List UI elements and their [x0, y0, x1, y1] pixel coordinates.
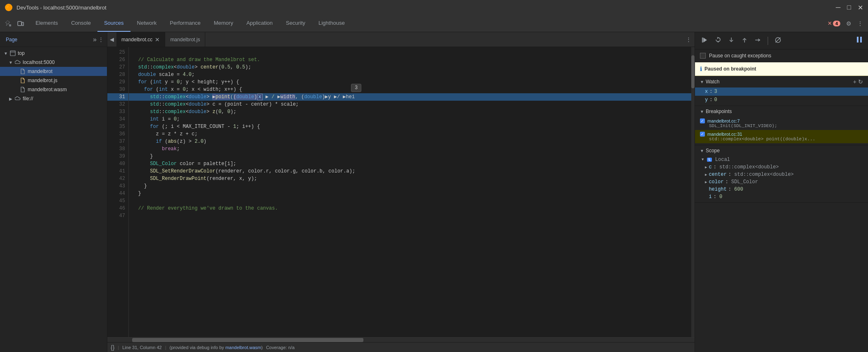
- close-button[interactable]: ✕: [858, 4, 863, 12]
- pause-exceptions-checkbox[interactable]: [700, 53, 706, 59]
- device-icon[interactable]: [16, 19, 26, 28]
- deactivate-breakpoints-button[interactable]: [773, 35, 783, 47]
- scope-item-center[interactable]: ▶ center : std::complex<double>: [695, 171, 868, 178]
- watch-add-button[interactable]: +: [853, 78, 856, 85]
- svg-rect-6: [702, 38, 703, 43]
- editor-tab-more-button[interactable]: ⋮: [683, 36, 695, 43]
- error-badge[interactable]: ✕ 4: [826, 19, 842, 28]
- line-num-38: 38: [107, 145, 128, 153]
- scope-val-i: : 0: [714, 194, 723, 200]
- h-scrollbar-thumb[interactable]: [132, 338, 363, 342]
- editor-area: ◀ mandelbrot.cc ✕ mandelbrot.js ⋮ 25 26 …: [107, 32, 695, 352]
- scope-val-height: : 600: [728, 187, 743, 192]
- code-editor[interactable]: // Calculate and draw the Mandelbrot set…: [129, 47, 695, 337]
- line-num-28: 28: [107, 71, 128, 78]
- editor-tab-close-cc[interactable]: ✕: [155, 36, 160, 43]
- line-num-42: 42: [107, 175, 128, 182]
- breakpoint-item-1[interactable]: ✓ mandelbrot.cc:7 SDL_Init(SDL_INIT_VIDE…: [695, 117, 868, 130]
- editor-tab-mandelbrot-js[interactable]: mandelbrot.js: [165, 32, 205, 47]
- settings-button[interactable]: ⚙: [844, 19, 853, 28]
- bp-code-1: SDL_Init(SDL_INIT_VIDEO);: [700, 123, 863, 128]
- tab-application[interactable]: Application: [240, 15, 280, 32]
- more-button[interactable]: ⋮: [856, 19, 865, 28]
- source-link[interactable]: mandelbrot.wasm: [225, 345, 261, 350]
- file-wasm-icon: [19, 86, 26, 93]
- code-line-33: std::complex<double> z(0, 0);: [129, 108, 695, 116]
- tree-arrow-file: ▶: [8, 96, 13, 101]
- scope-val-center: : std::complex<double>: [728, 172, 794, 177]
- pause-button[interactable]: [856, 36, 863, 45]
- resume-button[interactable]: [700, 35, 710, 47]
- watch-refresh-button[interactable]: ↻: [858, 78, 863, 85]
- editor-horizontal-scrollbar[interactable]: [107, 337, 695, 342]
- tab-memory[interactable]: Memory: [207, 15, 240, 32]
- minimize-button[interactable]: ─: [836, 4, 840, 12]
- sidebar-item-file[interactable]: ▶ file://: [0, 94, 107, 103]
- pause-exceptions-label: Pause on caught exceptions: [709, 53, 771, 59]
- format-button[interactable]: {}: [111, 344, 114, 351]
- step-over-button[interactable]: [713, 35, 723, 47]
- watch-section-header[interactable]: ▼ Watch + ↻: [695, 76, 868, 87]
- editor-tab-mandelbrot-cc[interactable]: mandelbrot.cc ✕: [116, 32, 165, 47]
- inspect-icon[interactable]: [3, 19, 13, 28]
- sidebar-item-label-localhost: localhost:5000: [23, 59, 55, 65]
- breakpoints-section-header[interactable]: ▼ Breakpoints: [695, 106, 868, 117]
- sidebar-tab-page[interactable]: Page: [2, 35, 21, 44]
- line-num-26: 26: [107, 56, 128, 64]
- tab-performance[interactable]: Performance: [163, 15, 207, 32]
- code-line-27: std::complex<double> center(0.5, 0.5);: [129, 64, 695, 71]
- watch-list: x : 3 y : 0: [695, 87, 868, 106]
- breakpoints-section: ▼ Breakpoints ✓ mandelbrot.cc:7 SDL_Init…: [695, 106, 868, 145]
- scope-expand-color: ▶: [705, 180, 707, 184]
- code-line-46: // Render everything we've drawn to the …: [129, 205, 695, 212]
- line-num-35: 35: [107, 123, 128, 130]
- editor-tabs: ◀ mandelbrot.cc ✕ mandelbrot.js ⋮: [107, 32, 695, 47]
- tab-lighthouse[interactable]: Lighthouse: [312, 15, 351, 32]
- code-line-41: SDL_SetRenderDrawColor(renderer, color.r…: [129, 168, 695, 175]
- breakpoint-item-2[interactable]: ✓ mandelbrot.cc:31 std::complex<double> …: [695, 130, 868, 143]
- devtools-icon: 🔶: [5, 4, 12, 11]
- line-num-25: 25: [107, 49, 128, 56]
- step-into-button[interactable]: [726, 35, 736, 47]
- code-line-39: }: [129, 153, 695, 160]
- scope-local-header[interactable]: ▼ L Local: [695, 156, 868, 163]
- code-line-45: [129, 197, 695, 205]
- tab-console[interactable]: Console: [64, 15, 97, 32]
- sidebar-item-mandelbrot-js[interactable]: ▶ mandelbrot.js: [0, 76, 107, 85]
- scope-section-header[interactable]: ▼ Scope: [695, 145, 868, 156]
- breakpoint-notice: ℹ Paused on breakpoint: [695, 62, 868, 76]
- bp-checkbox-1[interactable]: ✓: [700, 118, 705, 123]
- tab-sources[interactable]: Sources: [97, 15, 130, 32]
- editor-vertical-scrollbar[interactable]: [691, 47, 695, 337]
- code-line-31: std::complex<double> ▶point((double)x ▶ …: [129, 93, 695, 101]
- sidebar-item-label-mandelbrot: mandelbrot: [28, 69, 52, 74]
- sidebar-item-mandelbrot-wasm[interactable]: ▶ mandelbrot.wasm: [0, 85, 107, 94]
- editor-tab-prev-button[interactable]: ◀: [107, 36, 116, 43]
- tab-elements[interactable]: Elements: [29, 15, 64, 32]
- footer-separator-2: |: [165, 345, 166, 350]
- tab-network[interactable]: Network: [130, 15, 164, 32]
- line-num-45: 45: [107, 197, 128, 205]
- step-button[interactable]: [753, 35, 763, 47]
- sidebar-more-button[interactable]: »: [93, 36, 97, 43]
- bp-checkbox-2[interactable]: ✓: [700, 132, 705, 137]
- sidebar-item-mandelbrot[interactable]: ▶ mandelbrot: [0, 67, 107, 76]
- scope-item-color[interactable]: ▶ color : SDL_Color: [695, 178, 868, 186]
- pause-exceptions: Pause on caught exceptions: [695, 50, 868, 62]
- tab-security[interactable]: Security: [279, 15, 312, 32]
- maximize-button[interactable]: □: [847, 4, 851, 12]
- watch-section-title: Watch: [706, 79, 851, 85]
- notice-icon: ℹ: [700, 66, 702, 72]
- step-out-button[interactable]: [740, 35, 749, 47]
- line-num-43: 43: [107, 182, 128, 190]
- editor-scrollbar-thumb[interactable]: [691, 55, 695, 88]
- scope-item-c[interactable]: ▶ c : std::complex<double>: [695, 163, 868, 171]
- scope-local-label: Local: [715, 157, 730, 163]
- sidebar-item-top[interactable]: ▼ top: [0, 49, 107, 58]
- sidebar-menu-button[interactable]: ⋮: [97, 35, 105, 44]
- scope-section: ▼ Scope ▼ L Local ▶ c : std::complex<dou…: [695, 145, 868, 203]
- bp-file-1: mandelbrot.cc:7: [707, 118, 740, 123]
- scope-val-c: : std::complex<double>: [714, 164, 779, 170]
- line-num-34: 34: [107, 116, 128, 123]
- sidebar-item-localhost[interactable]: ▼ localhost:5000: [0, 58, 107, 67]
